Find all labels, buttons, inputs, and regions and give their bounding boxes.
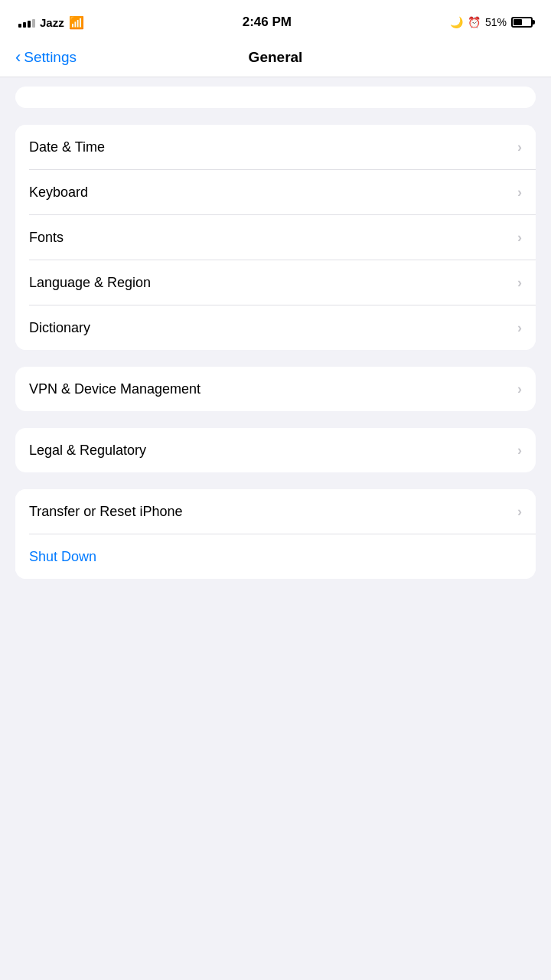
- chevron-right-icon: ›: [517, 443, 522, 459]
- settings-item-date-time[interactable]: Date & Time ›: [15, 125, 536, 169]
- carrier-label: Jazz: [40, 16, 64, 29]
- settings-item-transfer-reset[interactable]: Transfer or Reset iPhone ›: [15, 489, 536, 534]
- settings-section-2: VPN & Device Management ›: [15, 367, 536, 411]
- settings-item-legal-regulatory[interactable]: Legal & Regulatory ›: [15, 428, 536, 472]
- chevron-right-icon: ›: [517, 139, 522, 155]
- legal-regulatory-label: Legal & Regulatory: [29, 443, 146, 459]
- wifi-icon: 📶: [69, 15, 84, 30]
- vpn-device-label: VPN & Device Management: [29, 381, 201, 397]
- keyboard-label: Keyboard: [29, 185, 88, 201]
- back-chevron-icon: ‹: [15, 49, 21, 66]
- status-right: 🌙 ⏰ 51%: [450, 16, 533, 28]
- settings-section-1: Date & Time › Keyboard › Fonts › Languag…: [15, 125, 536, 350]
- alarm-icon: ⏰: [468, 16, 481, 28]
- settings-section-3: Legal & Regulatory ›: [15, 428, 536, 472]
- dictionary-label: Dictionary: [29, 320, 90, 336]
- date-time-label: Date & Time: [29, 139, 105, 155]
- chevron-right-icon: ›: [517, 185, 522, 201]
- back-label: Settings: [24, 49, 77, 66]
- back-button[interactable]: ‹ Settings: [15, 49, 77, 66]
- page-title: General: [249, 49, 303, 66]
- language-region-label: Language & Region: [29, 275, 151, 291]
- settings-item-dictionary[interactable]: Dictionary ›: [15, 305, 536, 350]
- settings-item-keyboard[interactable]: Keyboard ›: [15, 170, 536, 214]
- scroll-hint-card: [15, 87, 536, 108]
- shut-down-label: Shut Down: [29, 549, 96, 565]
- battery-icon: [511, 17, 533, 28]
- moon-icon: 🌙: [450, 16, 463, 28]
- settings-section-4: Transfer or Reset iPhone › Shut Down: [15, 489, 536, 579]
- nav-bar: ‹ Settings General: [0, 41, 551, 77]
- chevron-right-icon: ›: [517, 230, 522, 246]
- signal-icon: [18, 17, 35, 28]
- transfer-reset-label: Transfer or Reset iPhone: [29, 504, 182, 520]
- status-left: Jazz 📶: [18, 15, 84, 30]
- chevron-right-icon: ›: [517, 320, 522, 336]
- settings-item-language-region[interactable]: Language & Region ›: [15, 260, 536, 305]
- settings-item-fonts[interactable]: Fonts ›: [15, 215, 536, 260]
- chevron-right-icon: ›: [517, 381, 522, 397]
- settings-item-vpn-device[interactable]: VPN & Device Management ›: [15, 367, 536, 411]
- time-label: 2:46 PM: [243, 15, 292, 30]
- fonts-label: Fonts: [29, 230, 64, 246]
- status-bar: Jazz 📶 2:46 PM 🌙 ⏰ 51%: [0, 0, 551, 41]
- chevron-right-icon: ›: [517, 504, 522, 520]
- chevron-right-icon: ›: [517, 275, 522, 291]
- battery-percent: 51%: [485, 16, 507, 28]
- settings-item-shut-down[interactable]: Shut Down: [15, 534, 536, 579]
